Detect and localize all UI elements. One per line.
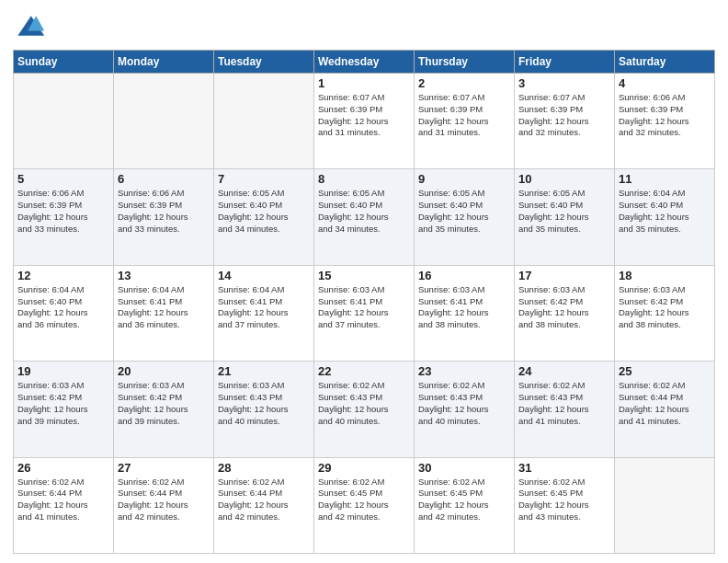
day-number: 9 xyxy=(418,172,510,186)
calendar-cell: 19Sunrise: 6:03 AM Sunset: 6:42 PM Dayli… xyxy=(14,362,114,457)
day-info: Sunrise: 6:04 AM Sunset: 6:40 PM Dayligh… xyxy=(619,188,711,235)
day-number: 31 xyxy=(518,461,610,475)
calendar-cell: 7Sunrise: 6:05 AM Sunset: 6:40 PM Daylig… xyxy=(214,169,314,265)
calendar-cell: 9Sunrise: 6:05 AM Sunset: 6:40 PM Daylig… xyxy=(415,169,515,265)
calendar-cell: 17Sunrise: 6:03 AM Sunset: 6:42 PM Dayli… xyxy=(515,265,615,361)
day-number: 30 xyxy=(418,461,510,475)
day-number: 20 xyxy=(118,364,210,378)
day-number: 24 xyxy=(518,364,610,378)
day-info: Sunrise: 6:06 AM Sunset: 6:39 PM Dayligh… xyxy=(17,188,109,235)
calendar-day-header: Tuesday xyxy=(214,51,314,74)
calendar-cell: 30Sunrise: 6:02 AM Sunset: 6:45 PM Dayli… xyxy=(415,457,515,553)
day-number: 14 xyxy=(218,269,310,282)
logo-icon xyxy=(13,9,46,42)
day-info: Sunrise: 6:05 AM Sunset: 6:40 PM Dayligh… xyxy=(418,188,510,235)
day-number: 5 xyxy=(17,172,109,186)
calendar: SundayMondayTuesdayWednesdayThursdayFrid… xyxy=(13,50,715,554)
calendar-cell xyxy=(14,74,114,169)
day-info: Sunrise: 6:02 AM Sunset: 6:43 PM Dayligh… xyxy=(518,380,610,427)
calendar-cell: 24Sunrise: 6:02 AM Sunset: 6:43 PM Dayli… xyxy=(515,362,615,457)
day-number: 3 xyxy=(518,76,610,90)
day-info: Sunrise: 6:05 AM Sunset: 6:40 PM Dayligh… xyxy=(218,188,310,235)
day-number: 19 xyxy=(17,364,109,378)
calendar-cell: 4Sunrise: 6:06 AM Sunset: 6:39 PM Daylig… xyxy=(615,74,715,169)
calendar-cell: 11Sunrise: 6:04 AM Sunset: 6:40 PM Dayli… xyxy=(615,169,715,265)
day-info: Sunrise: 6:02 AM Sunset: 6:45 PM Dayligh… xyxy=(418,477,510,523)
calendar-day-header: Thursday xyxy=(415,51,515,74)
calendar-cell: 18Sunrise: 6:03 AM Sunset: 6:42 PM Dayli… xyxy=(615,265,715,361)
day-info: Sunrise: 6:04 AM Sunset: 6:41 PM Dayligh… xyxy=(218,284,310,331)
calendar-cell xyxy=(114,74,214,169)
day-info: Sunrise: 6:04 AM Sunset: 6:41 PM Dayligh… xyxy=(118,284,210,331)
day-info: Sunrise: 6:06 AM Sunset: 6:39 PM Dayligh… xyxy=(118,188,210,235)
day-info: Sunrise: 6:03 AM Sunset: 6:43 PM Dayligh… xyxy=(218,380,310,427)
calendar-day-header: Sunday xyxy=(14,51,114,74)
day-info: Sunrise: 6:02 AM Sunset: 6:44 PM Dayligh… xyxy=(17,477,109,523)
day-info: Sunrise: 6:03 AM Sunset: 6:42 PM Dayligh… xyxy=(619,284,711,331)
calendar-cell: 16Sunrise: 6:03 AM Sunset: 6:41 PM Dayli… xyxy=(415,265,515,361)
calendar-cell: 27Sunrise: 6:02 AM Sunset: 6:44 PM Dayli… xyxy=(114,457,214,553)
calendar-cell: 14Sunrise: 6:04 AM Sunset: 6:41 PM Dayli… xyxy=(214,265,314,361)
day-info: Sunrise: 6:03 AM Sunset: 6:42 PM Dayligh… xyxy=(17,380,109,427)
day-number: 4 xyxy=(619,76,711,90)
day-number: 8 xyxy=(318,172,410,186)
logo xyxy=(13,9,50,42)
day-info: Sunrise: 6:03 AM Sunset: 6:42 PM Dayligh… xyxy=(518,284,610,331)
calendar-day-header: Saturday xyxy=(615,51,715,74)
calendar-cell: 29Sunrise: 6:02 AM Sunset: 6:45 PM Dayli… xyxy=(314,457,415,553)
day-number: 11 xyxy=(619,172,711,186)
calendar-week-row: 5Sunrise: 6:06 AM Sunset: 6:39 PM Daylig… xyxy=(14,169,715,265)
calendar-cell xyxy=(214,74,314,169)
day-info: Sunrise: 6:07 AM Sunset: 6:39 PM Dayligh… xyxy=(418,92,510,139)
day-info: Sunrise: 6:07 AM Sunset: 6:39 PM Dayligh… xyxy=(518,92,610,139)
calendar-cell: 10Sunrise: 6:05 AM Sunset: 6:40 PM Dayli… xyxy=(515,169,615,265)
day-number: 22 xyxy=(318,364,410,378)
calendar-cell: 3Sunrise: 6:07 AM Sunset: 6:39 PM Daylig… xyxy=(515,74,615,169)
calendar-cell: 15Sunrise: 6:03 AM Sunset: 6:41 PM Dayli… xyxy=(314,265,415,361)
day-info: Sunrise: 6:06 AM Sunset: 6:39 PM Dayligh… xyxy=(619,92,711,139)
day-number: 2 xyxy=(418,76,510,90)
calendar-cell: 25Sunrise: 6:02 AM Sunset: 6:44 PM Dayli… xyxy=(615,362,715,457)
calendar-day-header: Monday xyxy=(114,51,214,74)
calendar-day-header: Friday xyxy=(515,51,615,74)
calendar-week-row: 12Sunrise: 6:04 AM Sunset: 6:40 PM Dayli… xyxy=(14,265,715,361)
calendar-header-row: SundayMondayTuesdayWednesdayThursdayFrid… xyxy=(14,51,715,74)
day-info: Sunrise: 6:07 AM Sunset: 6:39 PM Dayligh… xyxy=(318,92,410,139)
day-info: Sunrise: 6:03 AM Sunset: 6:41 PM Dayligh… xyxy=(318,284,410,331)
day-number: 13 xyxy=(118,269,210,282)
day-number: 16 xyxy=(418,269,510,282)
day-number: 7 xyxy=(218,172,310,186)
calendar-cell: 2Sunrise: 6:07 AM Sunset: 6:39 PM Daylig… xyxy=(415,74,515,169)
day-info: Sunrise: 6:02 AM Sunset: 6:44 PM Dayligh… xyxy=(218,477,310,523)
day-number: 12 xyxy=(17,269,109,282)
day-number: 17 xyxy=(518,269,610,282)
calendar-week-row: 1Sunrise: 6:07 AM Sunset: 6:39 PM Daylig… xyxy=(14,74,715,169)
calendar-cell: 28Sunrise: 6:02 AM Sunset: 6:44 PM Dayli… xyxy=(214,457,314,553)
calendar-cell: 31Sunrise: 6:02 AM Sunset: 6:45 PM Dayli… xyxy=(515,457,615,553)
day-number: 15 xyxy=(318,269,410,282)
day-info: Sunrise: 6:02 AM Sunset: 6:45 PM Dayligh… xyxy=(318,477,410,523)
calendar-week-row: 26Sunrise: 6:02 AM Sunset: 6:44 PM Dayli… xyxy=(14,457,715,553)
day-number: 6 xyxy=(118,172,210,186)
day-info: Sunrise: 6:02 AM Sunset: 6:43 PM Dayligh… xyxy=(318,380,410,427)
calendar-cell: 20Sunrise: 6:03 AM Sunset: 6:42 PM Dayli… xyxy=(114,362,214,457)
calendar-cell: 23Sunrise: 6:02 AM Sunset: 6:43 PM Dayli… xyxy=(415,362,515,457)
day-number: 10 xyxy=(518,172,610,186)
day-number: 1 xyxy=(318,76,410,90)
header xyxy=(13,9,715,42)
day-info: Sunrise: 6:03 AM Sunset: 6:41 PM Dayligh… xyxy=(418,284,510,331)
day-number: 29 xyxy=(318,461,410,475)
day-info: Sunrise: 6:02 AM Sunset: 6:43 PM Dayligh… xyxy=(418,380,510,427)
calendar-week-row: 19Sunrise: 6:03 AM Sunset: 6:42 PM Dayli… xyxy=(14,362,715,457)
day-number: 18 xyxy=(619,269,711,282)
calendar-cell: 12Sunrise: 6:04 AM Sunset: 6:40 PM Dayli… xyxy=(14,265,114,361)
day-info: Sunrise: 6:02 AM Sunset: 6:44 PM Dayligh… xyxy=(118,477,210,523)
calendar-cell xyxy=(615,457,715,553)
calendar-cell: 8Sunrise: 6:05 AM Sunset: 6:40 PM Daylig… xyxy=(314,169,415,265)
day-info: Sunrise: 6:02 AM Sunset: 6:45 PM Dayligh… xyxy=(518,477,610,523)
day-number: 28 xyxy=(218,461,310,475)
calendar-cell: 13Sunrise: 6:04 AM Sunset: 6:41 PM Dayli… xyxy=(114,265,214,361)
day-number: 27 xyxy=(118,461,210,475)
day-number: 23 xyxy=(418,364,510,378)
day-number: 21 xyxy=(218,364,310,378)
